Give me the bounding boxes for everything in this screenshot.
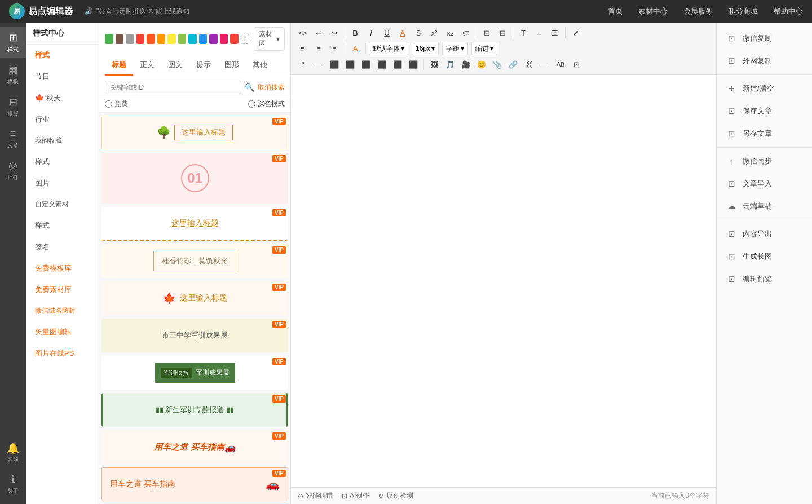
btn-underline[interactable]: U — [379, 26, 394, 39]
btn-align-left[interactable]: ≡ — [295, 42, 310, 55]
nav-photoshop[interactable]: 图片在线PS — [26, 343, 99, 364]
rp-cloud-draft[interactable]: ☁ 云端草稿 — [717, 195, 812, 218]
btn-align-l2[interactable]: ⬛ — [327, 58, 342, 71]
nav-signature[interactable]: 签名 — [26, 236, 99, 258]
nav-vector[interactable]: 矢量图编辑 — [26, 321, 99, 343]
template-item[interactable]: VIP 🍁 这里输入标题 — [102, 281, 288, 315]
color-red2[interactable] — [230, 34, 239, 44]
sidebar-item-service[interactable]: 🔔 客服 — [0, 437, 26, 468]
btn-fullscreen[interactable]: ⤢ — [568, 26, 583, 39]
color-blue[interactable] — [199, 34, 208, 44]
nav-shop[interactable]: 积分商城 — [729, 6, 758, 16]
color-brown[interactable] — [116, 34, 124, 44]
nav-vip[interactable]: 会员服务 — [683, 6, 713, 16]
nav-style[interactable]: 样式 — [26, 45, 99, 66]
btn-unlink[interactable]: ⛓ — [522, 58, 536, 71]
btn-align-more1[interactable]: ⬛ — [390, 58, 405, 71]
template-item[interactable]: VIP 这里输入标题 — [102, 207, 288, 241]
letter-spacing-dropdown[interactable]: 字距 ▾ — [442, 42, 468, 55]
nav-industry[interactable]: 行业 — [26, 109, 99, 130]
indent-dropdown[interactable]: 缩进 ▾ — [471, 42, 497, 55]
btn-mark[interactable]: 🏷 — [458, 26, 473, 39]
btn-divider[interactable]: — — [311, 58, 326, 71]
btn-link[interactable]: 🔗 — [506, 58, 520, 71]
btn-font-color[interactable]: A — [348, 42, 363, 55]
tab-hint[interactable]: 提示 — [189, 55, 218, 76]
rp-web-copy[interactable]: ⊡ 外网复制 — [717, 50, 812, 72]
btn-hr[interactable]: ⊟ — [495, 26, 510, 39]
sidebar-item-layout[interactable]: ⊟ 排版 — [0, 91, 26, 122]
template-item[interactable]: VIP 🌳 这里输入标题 — [102, 116, 288, 149]
color-cyan[interactable] — [188, 34, 197, 44]
btn-align-c2[interactable]: ⬛ — [343, 58, 358, 71]
nav-material[interactable]: 素材中心 — [638, 6, 668, 16]
nav-home[interactable]: 首页 — [608, 6, 623, 16]
search-icon[interactable]: 🔍 — [245, 83, 254, 92]
template-item[interactable]: VIP 01 — [102, 153, 288, 204]
btn-bold[interactable]: B — [348, 26, 363, 39]
tab-imagetext[interactable]: 图文 — [161, 55, 189, 76]
template-item[interactable]: VIP 市三中学军训成果展 — [102, 319, 288, 352]
btn-color[interactable]: A — [395, 26, 410, 39]
color-deep-orange[interactable] — [147, 34, 155, 44]
btn-sup[interactable]: x² — [427, 26, 442, 39]
rp-preview[interactable]: ⊡ 编辑预览 — [717, 268, 812, 290]
btn-align-r2[interactable]: ⬛ — [359, 58, 373, 71]
rp-article-import[interactable]: ⊡ 文章导入 — [717, 173, 812, 195]
rp-new-clear[interactable]: + 新建/清空 — [717, 77, 812, 100]
sidebar-item-about[interactable]: ℹ 关于 — [0, 468, 26, 499]
template-item[interactable]: VIP 用车之道 买车指南 🚗 — [102, 430, 288, 464]
option-free[interactable]: 免费 — [105, 99, 128, 109]
font-size-dropdown[interactable]: 16px ▾ — [412, 42, 439, 55]
font-family-dropdown[interactable]: 默认字体 ▾ — [369, 42, 408, 55]
tab-text[interactable]: 正文 — [133, 55, 161, 76]
btn-undo[interactable]: ↩ — [311, 26, 326, 39]
nav-autumn[interactable]: 🍁秋天 — [26, 87, 99, 109]
sidebar-item-style[interactable]: ⊞ 样式 — [0, 27, 26, 58]
btn-blockquote[interactable]: " — [295, 58, 310, 71]
logo[interactable]: 易 易点编辑器 — [9, 3, 73, 19]
material-dropdown[interactable]: 素材区 ▾ — [254, 27, 285, 51]
btn-source[interactable]: <> — [295, 26, 310, 39]
btn-italic[interactable]: I — [364, 26, 378, 39]
color-red[interactable] — [136, 34, 145, 44]
btn-clear[interactable]: — — [537, 58, 552, 71]
btn-ab[interactable]: AB — [553, 58, 568, 71]
btn-table[interactable]: ⊞ — [479, 26, 494, 39]
editor-canvas[interactable] — [291, 75, 716, 487]
tab-other[interactable]: 其他 — [246, 55, 274, 76]
btn-align-right[interactable]: ≡ — [327, 42, 342, 55]
color-pink[interactable] — [220, 34, 228, 44]
nav-style2[interactable]: 样式 — [26, 151, 99, 173]
nav-free-material[interactable]: 免费素材库 — [26, 279, 99, 300]
rp-wechat-sync[interactable]: ↑ 微信同步 — [717, 150, 812, 173]
color-purple[interactable] — [209, 34, 218, 44]
sidebar-item-plugin[interactable]: ◎ 插件 — [0, 155, 26, 186]
nav-style3[interactable]: 样式 — [26, 215, 99, 236]
color-add-btn[interactable]: + — [241, 34, 249, 44]
btn-align-center[interactable]: ≡ — [311, 42, 326, 55]
template-item[interactable]: VIP 桂香竹影，莫负秋光 — [102, 244, 288, 278]
btn-strike[interactable]: S — [411, 26, 426, 39]
nav-image[interactable]: 图片 — [26, 173, 99, 194]
template-item[interactable]: VIP 军训快报 军训成果展 — [102, 356, 288, 390]
color-gray[interactable] — [126, 34, 134, 44]
nav-help[interactable]: 帮助中心 — [774, 6, 803, 16]
original-check-btn[interactable]: ↻ 原创检测 — [378, 491, 413, 501]
btn-para[interactable]: ≡ — [532, 26, 546, 39]
btn-code[interactable]: ⊡ — [569, 58, 584, 71]
btn-attachment[interactable]: 📎 — [490, 58, 505, 71]
btn-font[interactable]: T — [516, 26, 531, 39]
tab-title[interactable]: 标题 — [105, 55, 133, 76]
template-item[interactable]: VIP ▮▮ 新生军训专题报道 ▮▮ — [102, 393, 288, 427]
rp-wechat-copy[interactable]: ⊡ 微信复制 — [717, 27, 812, 50]
btn-align-more2[interactable]: ⬛ — [406, 58, 421, 71]
btn-video[interactable]: 🎥 — [458, 58, 473, 71]
rp-export[interactable]: ⊡ 内容导出 — [717, 223, 812, 245]
nav-domain[interactable]: 微信域名防封 — [26, 300, 99, 321]
ai-create-btn[interactable]: ⊡ AI创作 — [342, 491, 369, 501]
nav-custom[interactable]: 自定义素材 — [26, 194, 99, 215]
btn-emoji[interactable]: 😊 — [474, 58, 489, 71]
search-input[interactable] — [105, 81, 241, 94]
template-item[interactable]: VIP 用车之道 买车指南 🚗 — [102, 467, 288, 501]
